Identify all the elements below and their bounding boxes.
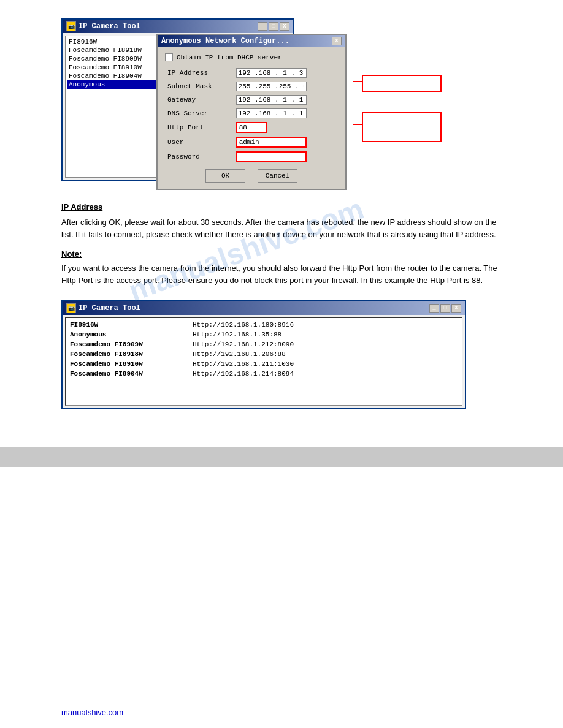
second-minimize-button[interactable]: _ [429, 304, 439, 313]
http-port-highlight-box [362, 75, 442, 92]
minimize-button[interactable]: _ [258, 22, 267, 31]
device-name: Foscamdemo FI8910W [70, 360, 193, 368]
empty-space [67, 379, 460, 403]
device-url: Http://192.168.1.35:88 [193, 331, 458, 338]
dialog-body: Obtain IP from DHCP server IP Address Su… [158, 47, 345, 189]
device-name: Anonymous [70, 331, 193, 338]
second-close-button[interactable]: X [451, 304, 461, 313]
cancel-button[interactable]: Cancel [258, 169, 297, 183]
network-config-dialog: Anonymous Network Configur... X Obtain I… [156, 34, 347, 190]
table-row: DNS Server [165, 107, 338, 120]
device-list: FI8916W Foscamdemo FI8918W Foscamdemo FI… [65, 36, 166, 178]
device-url: Http://192.168.1.212:8090 [193, 341, 458, 348]
section1-title: IP Address [61, 202, 502, 211]
table-row[interactable]: Foscamdemo FI8909W Http://192.168.1.212:… [67, 339, 460, 349]
ip-camera-window2: 📷 IP Camera Tool _ □ X FI8916W Http://19… [61, 300, 466, 409]
http-port-label: Http Port [165, 120, 234, 135]
table-row[interactable]: Foscamdemo FI8910W Http://192.168.1.211:… [67, 359, 460, 369]
second-window-titlebar: 📷 IP Camera Tool _ □ X [63, 301, 465, 315]
subnet-label: Subnet Mask [165, 80, 234, 93]
user-password-highlight-box [362, 112, 442, 142]
table-row: Http Port [165, 120, 338, 135]
close-button[interactable]: X [280, 22, 289, 31]
gateway-label: Gateway [165, 93, 234, 107]
dns-label: DNS Server [165, 107, 234, 120]
dialog-buttons: OK Cancel [165, 169, 338, 183]
bottom-link[interactable]: manualshive.com [61, 708, 123, 717]
section2-title: Note: [61, 249, 502, 259]
gateway-input[interactable] [236, 95, 307, 105]
subnet-mask-input[interactable] [236, 82, 307, 91]
second-window-controls: _ □ X [429, 304, 461, 313]
second-window-body: FI8916W Http://192.168.1.180:8916 Anonym… [63, 315, 465, 408]
list-item[interactable]: Foscamdemo FI8910W [67, 63, 164, 72]
second-maximize-button[interactable]: □ [440, 304, 450, 313]
gray-bar [0, 447, 563, 467]
ip-address-input[interactable] [236, 68, 307, 78]
list-item[interactable]: Foscamdemo FI8918W [67, 46, 164, 55]
dhcp-row: Obtain IP from DHCP server [165, 53, 338, 61]
section1-body: After clicking OK, please wait for about… [61, 216, 502, 240]
titlebar-left: 📷 IP Camera Tool [66, 21, 140, 31]
device-name: Foscamdemo FI8918W [70, 351, 193, 358]
password-input[interactable] [236, 151, 307, 162]
maximize-button[interactable]: □ [269, 22, 278, 31]
second-window-section: 📷 IP Camera Tool _ □ X FI8916W Http://19… [61, 300, 478, 409]
list-item[interactable]: FI8916W [67, 37, 164, 46]
list-item[interactable]: Foscamdemo FI8909W [67, 55, 164, 63]
dhcp-checkbox[interactable] [165, 53, 173, 61]
ip-label: IP Address [165, 66, 234, 80]
dns-server-input[interactable] [236, 108, 307, 118]
dhcp-label: Obtain IP from DHCP server [177, 54, 282, 61]
list-item-anonymous[interactable]: Anonymous [67, 80, 164, 89]
table-row: User [165, 135, 338, 150]
table-row: Subnet Mask [165, 80, 338, 93]
table-row[interactable]: Foscamdemo FI8918W Http://192.168.1.206:… [67, 349, 460, 359]
window-controls: _ □ X [258, 22, 289, 31]
arrow-to-port [353, 81, 362, 82]
table-row: IP Address [165, 66, 338, 80]
ok-button[interactable]: OK [205, 169, 245, 183]
table-row[interactable]: FI8916W Http://192.168.1.180:8916 [67, 320, 460, 330]
device-name: Foscamdemo FI8904W [70, 370, 193, 377]
device-name: FI8916W [70, 321, 193, 328]
middle-text-section: IP Address After clicking OK, please wai… [61, 202, 502, 290]
table-row: Password [165, 150, 338, 164]
camera-icon: 📷 [66, 21, 76, 31]
ip-camera-title: IP Camera Tool [79, 22, 140, 31]
user-input[interactable] [236, 137, 307, 148]
device-url: Http://192.168.1.211:1030 [193, 360, 458, 368]
device-url: Http://192.168.1.206:88 [193, 351, 458, 358]
device-list-2: FI8916W Http://192.168.1.180:8916 Anonym… [65, 317, 462, 406]
list-item[interactable]: Foscamdemo FI8904W [67, 72, 164, 80]
ip-camera-titlebar: 📷 IP Camera Tool _ □ X [63, 20, 293, 33]
dialog-titlebar: Anonymous Network Configur... X [158, 35, 345, 47]
second-titlebar-left: 📷 IP Camera Tool [66, 303, 140, 313]
table-row[interactable]: Anonymous Http://192.168.1.35:88 [67, 330, 460, 339]
section2-body: If you want to access the camera from th… [61, 262, 502, 286]
http-port-input[interactable] [236, 122, 267, 133]
user-label: User [165, 135, 234, 150]
table-row[interactable]: Foscamdemo FI8904W Http://192.168.1.214:… [67, 369, 460, 379]
camera-icon-2: 📷 [66, 303, 76, 313]
password-label: Password [165, 150, 234, 164]
table-row: Gateway [165, 93, 338, 107]
dialog-title: Anonymous Network Configur... [161, 37, 289, 45]
arrow-to-credentials [353, 124, 362, 125]
device-url: Http://192.168.1.180:8916 [193, 321, 458, 328]
second-camera-title: IP Camera Tool [79, 304, 140, 313]
device-name: Foscamdemo FI8909W [70, 341, 193, 348]
config-table: IP Address Subnet Mask Gateway DNS Serve… [165, 66, 338, 164]
device-url: Http://192.168.1.214:8094 [193, 370, 458, 377]
dialog-close-button[interactable]: X [332, 37, 342, 45]
